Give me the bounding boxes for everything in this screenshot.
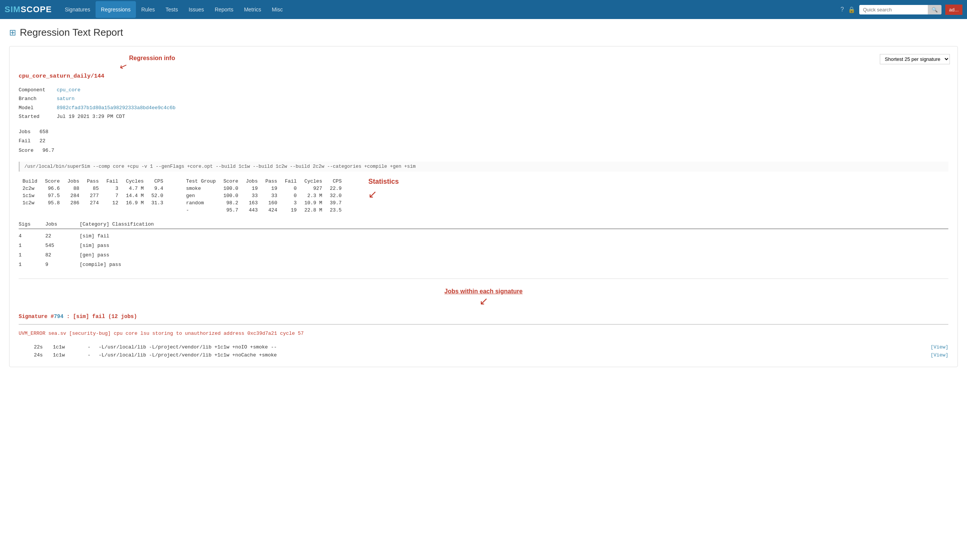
model-label: Model (19, 104, 49, 112)
nav-right: ? 🔒 🔍 ad... (841, 5, 962, 15)
tfail-col-header: Fail (281, 178, 300, 185)
table-row: gen100.0333302.3 M32.0 (182, 192, 346, 199)
list-item: 1545[sim] pass (19, 241, 948, 250)
list-item: 22s 1c1w - -L/usr/local/lib -L/project/v… (19, 343, 948, 351)
job-view-link[interactable]: [View] (931, 352, 948, 358)
sigs-rows: 422[sim] fail1545[sim] pass182[gen] pass… (19, 231, 948, 269)
build-col-header: Build (19, 178, 41, 185)
started-value: Jul 19 2021 3:29 PM CDT (57, 112, 125, 121)
component-value[interactable]: cpu_core (57, 86, 80, 94)
data-tables-section: Build Score Jobs Pass Fail Cycles CPS 2c… (19, 178, 948, 214)
signature-title: Signature #794 : [sim] fail (12 jobs) (19, 313, 948, 320)
signature-post: : [sim] fail (12 jobs) (64, 313, 137, 320)
jobs-col-header: Jobs (64, 178, 83, 185)
tcycles-col-header: Cycles (300, 178, 326, 185)
user-menu[interactable]: ad... (945, 5, 962, 15)
report-card: Shortest 25 per signature Regression inf… (9, 46, 958, 367)
job-rows: 22s 1c1w - -L/usr/local/lib -L/project/v… (19, 343, 948, 359)
tcps-col-header: CPS (326, 178, 345, 185)
score-value: 96.7 (42, 148, 54, 153)
job-dash: - (83, 352, 95, 358)
annotation-statistics-arrow: ↙ (368, 188, 399, 201)
statistics-annotation-area: Statistics ↙ (368, 178, 399, 214)
testgroup-col-header: Test Group (182, 178, 219, 185)
list-item: 182[gen] pass (19, 250, 948, 260)
jobs-row: Jobs 658 (19, 127, 948, 137)
page-title-text: Regression Text Report (20, 26, 123, 38)
annotation-statistics-label: Statistics (368, 178, 399, 186)
score-row: Score 96.7 (19, 146, 948, 156)
info-row-component: Component cpu_core (19, 86, 948, 94)
table-row: -95.74434241922.8 M23.5 (182, 207, 346, 214)
nav-signatures[interactable]: Signatures (59, 1, 96, 18)
list-item: 19[compile] pass (19, 260, 948, 269)
search-input[interactable] (859, 5, 928, 15)
cycles-col-header: Cycles (122, 178, 148, 185)
jobs-label: Jobs (19, 129, 30, 135)
list-item: 422[sim] fail (19, 231, 948, 241)
cmd-line: /usr/local/bin/superSim --comp core +cpu… (19, 162, 948, 171)
cps-col-header: CPS (148, 178, 167, 185)
tjobs-col-header: Jobs (242, 178, 262, 185)
sigs-section: Sigs Jobs [Category] Classification 422[… (19, 221, 948, 269)
test-table: Test Group Score Jobs Pass Fail Cycles C… (182, 178, 346, 214)
jobs-value: 658 (40, 129, 48, 135)
model-value[interactable]: 8982cfad37b1d80a15a98292333a8bd4ee9c4c6b (57, 104, 175, 112)
sigs-col: Sigs (19, 221, 34, 227)
annotation-jobs-label: Jobs within each signature (444, 288, 522, 295)
table-row: 1c1w97.5284277714.4 M52.0 (19, 192, 167, 199)
table-row: 2c2w96.6888534.7 M9.4 (19, 185, 167, 192)
job-time: 22s (34, 344, 49, 350)
page-content: ⊞ Regression Text Report Shortest 25 per… (0, 19, 967, 375)
nav-links: Signatures Regressions Rules Tests Issue… (59, 1, 841, 18)
page-title: ⊞ Regression Text Report (9, 26, 958, 38)
list-item: 24s 1c1w - -L/usr/local/lib -L/project/v… (19, 351, 948, 359)
regression-title: cpu_core_saturn_daily/144 (19, 73, 948, 79)
annotation-regression-arrow: ↙ (118, 60, 129, 72)
info-row-branch: Branch saturn (19, 94, 948, 103)
stats-row: Jobs 658 Fail 22 Score 96.7 (19, 127, 948, 156)
job-cmd: -L/usr/local/lib -L/project/vendor/lib +… (99, 344, 927, 350)
fail-row: Fail 22 (19, 137, 948, 146)
lock-icon[interactable]: 🔒 (848, 6, 855, 13)
logo: SIMSCOPE (5, 5, 52, 15)
signature-number[interactable]: 794 (54, 313, 63, 320)
job-dash: - (83, 344, 95, 350)
table-row: smoke100.01919092722.9 (182, 185, 346, 192)
section-divider (19, 278, 948, 279)
started-label: Started (19, 112, 49, 121)
table-row: 1c2w95.82862741216.9 M31.3 (19, 199, 167, 207)
nav-rules[interactable]: Rules (136, 1, 160, 18)
help-icon[interactable]: ? (841, 6, 844, 13)
fail-value: 22 (40, 138, 46, 144)
search-box: 🔍 (859, 5, 942, 15)
sig-divider (19, 324, 948, 324)
fail-col-header: Fail (102, 178, 122, 185)
jobs-annotation-area: Jobs within each signature ↙ (19, 288, 948, 307)
classification-col: [Category] Classification (79, 221, 154, 227)
job-build: 1c1w (53, 352, 79, 358)
annotation-regression-info-area: Regression info ↙ (19, 54, 948, 69)
nav-misc[interactable]: Misc (266, 1, 288, 18)
score-col-header: Score (41, 178, 64, 185)
build-table: Build Score Jobs Pass Fail Cycles CPS 2c… (19, 178, 167, 214)
tscore-col-header: Score (219, 178, 242, 185)
job-view-link[interactable]: [View] (931, 344, 948, 350)
job-cmd: -L/usr/local/lib -L/project/vendor/lib +… (99, 352, 927, 358)
nav-issues[interactable]: Issues (183, 1, 209, 18)
nav-reports[interactable]: Reports (210, 1, 239, 18)
branch-label: Branch (19, 94, 49, 103)
branch-value[interactable]: saturn (57, 94, 74, 103)
nav-tests[interactable]: Tests (160, 1, 183, 18)
annotation-regression-info-label: Regression info (129, 55, 175, 62)
nav-metrics[interactable]: Metrics (239, 1, 266, 18)
logo-sim: SIM (5, 5, 21, 14)
jobs-col: Jobs (45, 221, 68, 227)
annotation-jobs-arrow: ↙ (479, 295, 488, 307)
info-row-model: Model 8982cfad37b1d80a15a98292333a8bd4ee… (19, 104, 948, 112)
fail-label: Fail (19, 138, 30, 144)
search-button[interactable]: 🔍 (928, 5, 942, 15)
info-row-started: Started Jul 19 2021 3:29 PM CDT (19, 112, 948, 121)
nav-regressions[interactable]: Regressions (96, 1, 136, 18)
tpass-col-header: Pass (262, 178, 281, 185)
